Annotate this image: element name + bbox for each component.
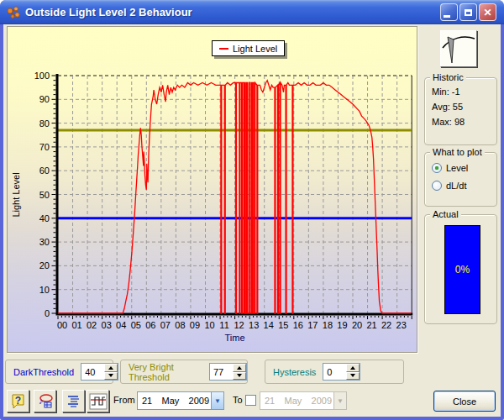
gauge-button[interactable]	[440, 30, 477, 67]
svg-text:04: 04	[116, 320, 126, 330]
radio-level[interactable]: Level	[432, 163, 496, 173]
hysteresis-up-button[interactable]	[346, 364, 360, 372]
svg-text:21: 21	[366, 320, 376, 330]
very-bright-threshold-label: Very Bright Threshold	[129, 362, 202, 382]
hysteresis-down-button[interactable]	[346, 372, 360, 381]
svg-text:16: 16	[293, 320, 303, 330]
svg-text:14: 14	[264, 320, 274, 330]
legend-line-swatch	[219, 48, 228, 50]
plot-icon	[89, 392, 108, 411]
historic-group: Historic Min: -1 Avg: 55 Max: 98	[424, 77, 497, 145]
svg-text:♪: ♪	[39, 396, 44, 406]
very-bright-up-button[interactable]	[233, 364, 246, 372]
radio-dldt-circle[interactable]	[432, 181, 442, 191]
plot-button[interactable]	[87, 390, 109, 412]
dark-threshold-down-button[interactable]	[104, 372, 118, 381]
svg-text:11: 11	[219, 320, 228, 330]
svg-text:?: ?	[14, 395, 20, 407]
actual-group-title: Actual	[430, 209, 461, 219]
light-level-chart: 0001020304050607080910111213141516171819…	[8, 27, 417, 352]
svg-text:90: 90	[39, 94, 50, 104]
from-year: 2009	[189, 396, 211, 406]
svg-text:01: 01	[71, 320, 81, 330]
svg-text:10: 10	[39, 285, 50, 295]
from-month: May	[162, 396, 189, 406]
svg-text:50: 50	[39, 190, 50, 200]
window-title: Outside Light Level 2 Behaviour	[25, 6, 192, 18]
radio-dldt[interactable]: dL/dt	[432, 181, 496, 191]
actual-level-value: 0%	[455, 264, 470, 276]
svg-text:06: 06	[145, 320, 155, 330]
legend-label: Light Level	[233, 44, 277, 54]
help-button[interactable]: ?	[7, 390, 29, 412]
dark-threshold-input[interactable]	[81, 364, 104, 380]
to-date-picker: 21 May 2009 ▼	[260, 391, 347, 410]
title-bar[interactable]: Outside Light Level 2 Behaviour ✕	[0, 0, 504, 24]
hysteresis-input[interactable]	[323, 364, 346, 380]
svg-text:0: 0	[45, 308, 50, 318]
svg-text:00: 00	[57, 320, 67, 330]
hysteresis-label: Hysteresis	[273, 367, 316, 377]
historic-avg: Avg: 55	[432, 102, 496, 112]
hysteresis-group: Hysteresis	[265, 360, 404, 384]
dark-threshold-up-button[interactable]	[104, 364, 118, 372]
svg-text:15: 15	[278, 320, 288, 330]
very-bright-threshold-input[interactable]	[210, 364, 233, 380]
svg-text:10: 10	[204, 320, 214, 330]
svg-text:19: 19	[337, 320, 347, 330]
list-icon	[66, 393, 82, 410]
radio-level-label: Level	[446, 163, 468, 173]
list-button[interactable]	[62, 390, 85, 412]
from-date-picker[interactable]: 21 May 2009 ▼	[137, 391, 224, 410]
close-window-button[interactable]: ✕	[479, 3, 496, 21]
svg-text:80: 80	[39, 118, 50, 129]
very-bright-threshold-spinner	[209, 363, 247, 381]
sound-note-icon: ♪	[37, 393, 54, 410]
from-day: 21	[138, 396, 162, 406]
light-level-chart-panel: 0001020304050607080910111213141516171819…	[7, 26, 417, 353]
very-bright-down-button[interactable]	[233, 372, 246, 381]
to-month: May	[285, 396, 312, 406]
svg-text:60: 60	[39, 165, 50, 176]
maximize-button[interactable]	[459, 3, 477, 21]
what-to-plot-group: What to plot Level dL/dt	[424, 152, 497, 207]
historic-group-title: Historic	[430, 72, 466, 82]
svg-text:18: 18	[323, 320, 333, 330]
very-bright-threshold-group: Very Bright Threshold	[120, 360, 248, 384]
dialog-window: Outside Light Level 2 Behaviour ✕ 000102…	[0, 0, 504, 420]
gauge-icon	[441, 31, 476, 66]
to-label: To	[233, 395, 243, 405]
svg-text:40: 40	[39, 213, 50, 223]
svg-text:Light Level: Light Level	[11, 172, 21, 217]
svg-text:08: 08	[175, 320, 185, 330]
svg-text:23: 23	[396, 320, 407, 330]
svg-text:17: 17	[307, 320, 318, 330]
sound-event-button[interactable]: ♪	[34, 390, 56, 412]
svg-text:07: 07	[160, 320, 171, 330]
help-icon: ?	[10, 393, 27, 410]
radio-level-circle[interactable]	[432, 163, 442, 173]
svg-text:12: 12	[234, 320, 244, 330]
svg-text:100: 100	[34, 71, 50, 81]
chart-legend: Light Level	[212, 40, 285, 56]
historic-max: Max: 98	[432, 117, 496, 127]
historic-min: Min: -1	[432, 87, 496, 97]
close-button[interactable]: Close	[433, 391, 496, 412]
svg-text:05: 05	[131, 320, 141, 330]
from-label: From	[113, 395, 135, 405]
dialog-client-area: 0001020304050607080910111213141516171819…	[3, 24, 501, 417]
svg-text:02: 02	[87, 320, 97, 330]
dark-threshold-group: DarkThreshold	[5, 360, 113, 384]
svg-text:20: 20	[39, 260, 50, 270]
minimize-button[interactable]	[440, 3, 458, 21]
svg-text:Time: Time	[225, 333, 245, 343]
svg-text:30: 30	[39, 237, 50, 247]
to-day: 21	[260, 396, 285, 406]
radio-dldt-label: dL/dt	[446, 181, 466, 191]
from-dropdown-arrow-icon[interactable]: ▼	[211, 392, 223, 409]
actual-level-bar: 0%	[444, 225, 480, 314]
hysteresis-spinner	[323, 363, 360, 381]
svg-text:13: 13	[249, 320, 259, 330]
dark-threshold-spinner	[81, 363, 118, 381]
to-enable-checkbox[interactable]	[245, 395, 256, 406]
